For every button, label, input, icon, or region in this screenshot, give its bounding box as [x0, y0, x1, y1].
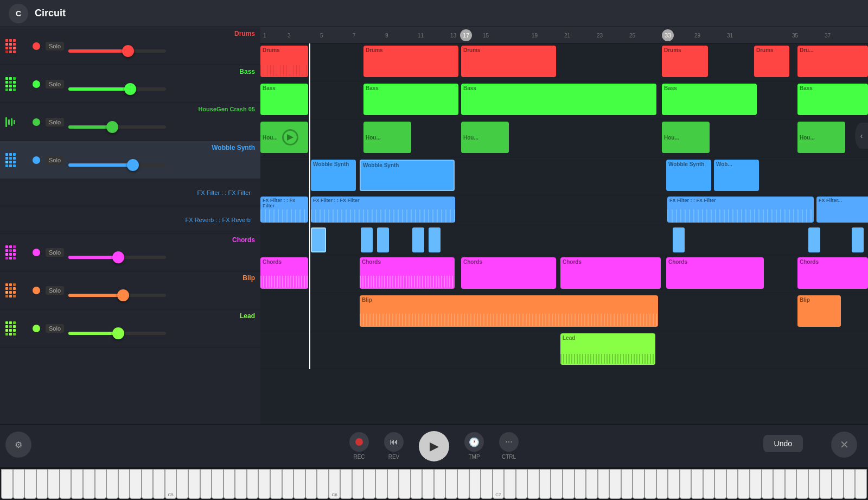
block-chords-4[interactable]: Chords [560, 257, 661, 289]
white-key[interactable] [785, 469, 797, 499]
track-dot-blip[interactable] [33, 287, 40, 294]
white-key[interactable] [586, 469, 598, 499]
white-key[interactable] [539, 469, 551, 499]
block-bass-4[interactable]: Bass [662, 84, 757, 115]
white-key[interactable] [176, 469, 188, 499]
white-key[interactable] [469, 469, 481, 499]
block-drums-3[interactable]: Drums [461, 46, 556, 77]
white-key[interactable] [668, 469, 680, 499]
block-fx-filter-4[interactable]: FX Filter... [816, 197, 868, 223]
solo-button-bass[interactable]: Solo [46, 80, 64, 88]
white-key[interactable] [714, 469, 726, 499]
block-drums-4[interactable]: Drums [662, 46, 708, 77]
block-sample-1[interactable]: Hou... [260, 122, 308, 153]
white-key[interactable] [656, 469, 668, 499]
block-wobble-4[interactable]: Wob... [714, 160, 759, 191]
lane-drums[interactable]: Drums Drums Drums Drums Drums [260, 43, 868, 81]
white-key[interactable]: C5 [165, 469, 177, 499]
white-key[interactable] [551, 469, 563, 499]
white-key[interactable] [247, 469, 259, 499]
white-key[interactable] [71, 469, 83, 499]
white-key[interactable] [680, 469, 692, 499]
block-bass-5[interactable]: Bass [797, 84, 868, 115]
lane-sample[interactable]: Hou... Hou... Hou... Hou... Hou... [260, 119, 868, 157]
white-key[interactable] [340, 469, 352, 499]
block-blip-1[interactable]: Blip [360, 295, 658, 327]
white-key[interactable] [516, 469, 528, 499]
solo-button-sample[interactable]: Solo [46, 118, 64, 126]
block-sample-3[interactable]: Hou... [461, 122, 509, 153]
block-sample-4[interactable]: Hou... [662, 122, 710, 153]
white-key[interactable] [235, 469, 247, 499]
white-key[interactable] [855, 469, 867, 499]
white-key[interactable] [621, 469, 633, 499]
white-key[interactable] [258, 469, 270, 499]
block-fx-reverb-6[interactable] [673, 227, 685, 252]
white-key[interactable] [60, 469, 72, 499]
white-key[interactable] [282, 469, 294, 499]
solo-button-chords[interactable]: Solo [46, 248, 64, 257]
block-wobble-3[interactable]: Wobble Synth [666, 160, 711, 191]
white-key[interactable] [422, 469, 434, 499]
white-key[interactable] [224, 469, 235, 499]
block-blip-2[interactable]: Blip [797, 295, 841, 327]
lane-bass[interactable]: Bass Bass Bass Bass Bass [260, 81, 868, 119]
solo-button-blip[interactable]: Solo [46, 286, 64, 295]
white-key[interactable] [691, 469, 703, 499]
block-sample-5[interactable]: Hou... [797, 122, 845, 153]
track-dot-wobble[interactable] [33, 156, 40, 164]
lane-wobble[interactable]: Wobble Synth Wobble Synth Wobble Synth W… [260, 157, 868, 195]
solo-button-wobble[interactable]: Solo [46, 156, 64, 164]
white-key[interactable] [773, 469, 785, 499]
white-key[interactable] [644, 469, 656, 499]
block-chords-6[interactable]: Chords [797, 257, 868, 289]
volume-slider-wobble[interactable] [68, 163, 166, 167]
white-key[interactable] [445, 469, 457, 499]
volume-slider-drums[interactable] [68, 49, 166, 53]
block-drums-5[interactable]: Drums [754, 46, 789, 77]
white-key[interactable] [703, 469, 715, 499]
white-key[interactable] [575, 469, 586, 499]
white-key[interactable] [153, 469, 165, 499]
block-bass-1[interactable]: Bass [260, 84, 308, 115]
rec-button[interactable]: REC [349, 432, 369, 460]
block-fx-reverb-1[interactable] [311, 227, 326, 252]
white-key[interactable] [609, 469, 621, 499]
white-key[interactable] [387, 469, 399, 499]
white-key[interactable] [130, 469, 142, 499]
volume-slider-sample[interactable] [68, 125, 166, 129]
white-key[interactable] [1, 469, 13, 499]
white-key[interactable] [738, 469, 750, 499]
block-chords-5[interactable]: Chords [666, 257, 764, 289]
lane-blip[interactable]: Blip Blip [260, 293, 868, 331]
white-key[interactable] [200, 469, 212, 499]
ctrl-button[interactable]: ··· CTRL [499, 432, 519, 460]
play-button[interactable]: ▶ [419, 431, 449, 461]
white-key[interactable] [270, 469, 282, 499]
block-fx-filter-1[interactable]: FX Filter : : Fx Filter [260, 197, 308, 223]
white-key[interactable] [375, 469, 387, 499]
white-key[interactable] [563, 469, 575, 499]
mixer-button[interactable]: ⚙ [5, 432, 31, 458]
white-key[interactable] [726, 469, 738, 499]
white-key[interactable]: C6 [329, 469, 341, 499]
timeline-ruler[interactable]: 1 3 5 7 9 11 13 15 17 19 21 23 25 27 29 … [260, 27, 868, 43]
block-fx-reverb-5[interactable] [429, 227, 441, 252]
white-key[interactable] [142, 469, 154, 499]
white-key[interactable] [796, 469, 808, 499]
block-bass-3[interactable]: Bass [461, 84, 656, 115]
white-key[interactable] [48, 469, 60, 499]
white-key[interactable] [504, 469, 516, 499]
track-dot-lead[interactable] [33, 325, 40, 332]
block-drums-2[interactable]: Drums [363, 46, 458, 77]
block-wobble-2[interactable]: Wobble Synth [360, 160, 455, 191]
volume-slider-lead[interactable] [68, 332, 166, 335]
undo-button[interactable]: Undo [763, 435, 803, 452]
block-fx-reverb-4[interactable] [412, 227, 424, 252]
block-fx-reverb-7[interactable] [808, 227, 820, 252]
lane-chords[interactable]: Chords Chords Chords Chords Chords Cho [260, 255, 868, 293]
white-key[interactable]: C7 [493, 469, 505, 499]
track-dot-bass[interactable] [33, 80, 40, 88]
white-key[interactable] [411, 469, 423, 499]
white-key[interactable] [106, 469, 118, 499]
